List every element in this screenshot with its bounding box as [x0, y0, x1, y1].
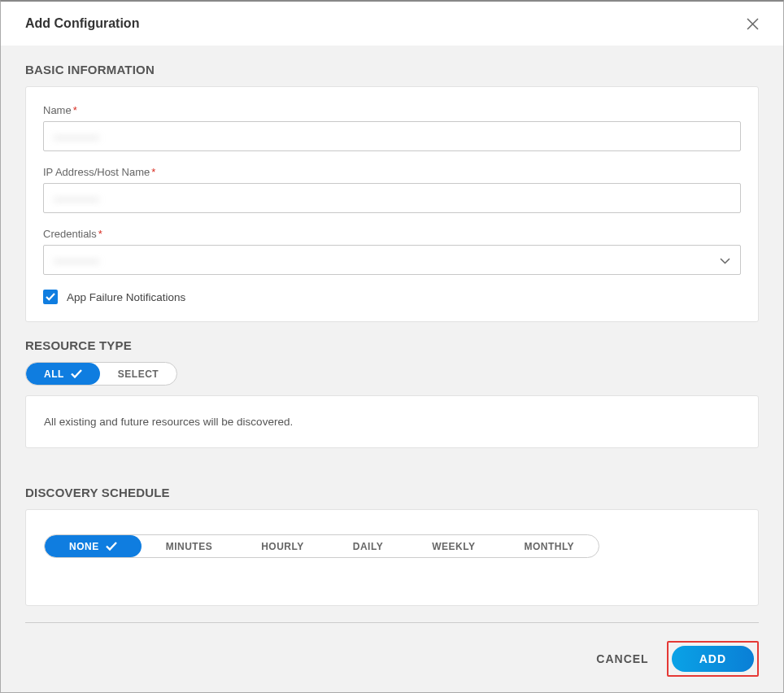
- discovery-schedule-title: DISCOVERY SCHEDULE: [25, 486, 759, 499]
- ip-value: ————: [54, 192, 99, 205]
- resource-type-toggle: ALL SELECT: [25, 362, 177, 386]
- ip-label: IP Address/Host Name*: [43, 166, 741, 178]
- checkmark-icon: [106, 542, 117, 551]
- checkmark-icon: [46, 293, 55, 301]
- schedule-daily-button[interactable]: DAILY: [329, 535, 407, 557]
- resource-type-select-button[interactable]: SELECT: [100, 363, 176, 385]
- name-input[interactable]: ————: [43, 121, 741, 151]
- discovery-schedule-toggle: NONE MINUTES HOURLY DAILY WEEKLY MONTHLY: [44, 534, 599, 558]
- ip-input[interactable]: ————: [43, 183, 741, 213]
- discovery-schedule-card: NONE MINUTES HOURLY DAILY WEEKLY MONTHLY: [25, 509, 759, 606]
- name-value: ————: [54, 130, 99, 143]
- add-button[interactable]: ADD: [672, 646, 754, 672]
- app-failure-checkbox[interactable]: [43, 290, 58, 304]
- schedule-weekly-button[interactable]: WEEKLY: [407, 535, 499, 557]
- required-asterisk: *: [151, 166, 155, 178]
- resource-type-message: All existing and future resources will b…: [44, 416, 740, 428]
- app-failure-label: App Failure Notifications: [67, 291, 185, 303]
- name-label: Name*: [43, 104, 741, 116]
- credentials-select[interactable]: ————: [43, 245, 741, 275]
- resource-type-all-button[interactable]: ALL: [26, 363, 100, 385]
- resource-type-message-card: All existing and future resources will b…: [25, 395, 759, 448]
- checkmark-icon: [71, 369, 82, 378]
- schedule-hourly-button[interactable]: HOURLY: [237, 535, 329, 557]
- required-asterisk: *: [98, 228, 102, 240]
- close-button[interactable]: [747, 18, 759, 30]
- basic-info-title: BASIC INFORMATION: [25, 63, 759, 76]
- dialog-footer: CANCEL ADD: [25, 622, 759, 677]
- credentials-label: Credentials*: [43, 228, 741, 240]
- cancel-button[interactable]: CANCEL: [596, 652, 648, 665]
- required-asterisk: *: [73, 104, 77, 116]
- credentials-value: ————: [54, 254, 99, 267]
- chevron-down-icon: [720, 254, 730, 267]
- schedule-minutes-button[interactable]: MINUTES: [142, 535, 237, 557]
- add-button-highlight: ADD: [667, 641, 759, 677]
- close-icon: [747, 18, 759, 30]
- basic-info-card: Name* ———— IP Address/Host Name* ———— Cr…: [25, 86, 759, 322]
- dialog-title: Add Configuration: [25, 16, 139, 31]
- resource-type-title: RESOURCE TYPE: [25, 338, 759, 352]
- schedule-monthly-button[interactable]: MONTHLY: [499, 535, 599, 557]
- schedule-none-button[interactable]: NONE: [45, 535, 142, 557]
